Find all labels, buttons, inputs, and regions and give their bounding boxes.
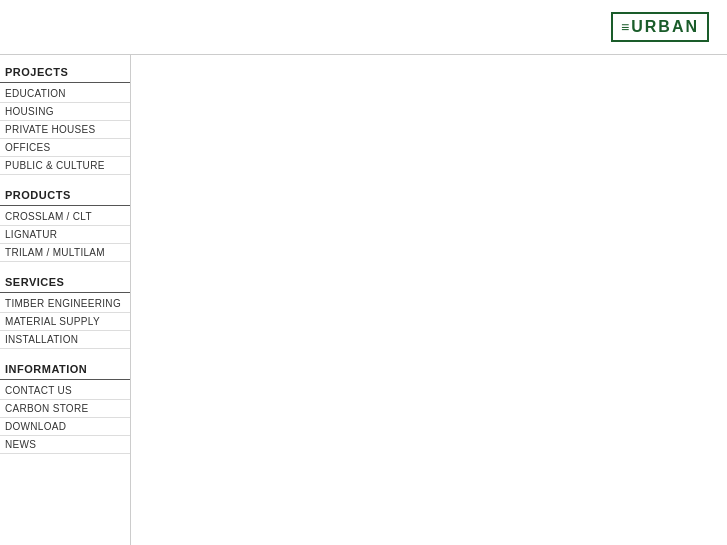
sidebar-section-title-projects: PROJECTS: [0, 60, 130, 83]
sidebar-section-information: INFORMATIONCONTACT USCARBON STOREDOWNLOA…: [0, 357, 130, 454]
logo[interactable]: ≡ URBAN: [611, 12, 709, 42]
sidebar-item-news[interactable]: NEWS: [0, 436, 130, 454]
sidebar-item-contact-us[interactable]: CONTACT US: [0, 382, 130, 400]
sidebar-divider: [130, 55, 131, 545]
logo-icon: ≡: [621, 19, 628, 35]
sidebar-item-material-supply[interactable]: MATERIAL SUPPLY: [0, 313, 130, 331]
sidebar-section-products: PRODUCTSCROSSLAM / CLTLIGNATURTRILAM / M…: [0, 183, 130, 262]
sidebar: PROJECTSEDUCATIONHOUSINGPRIVATE HOUSESOF…: [0, 55, 130, 545]
sidebar-item-housing[interactable]: HOUSING: [0, 103, 130, 121]
sidebar-item-public--culture[interactable]: PUBLIC & CULTURE: [0, 157, 130, 175]
sidebar-section-title-services: SERVICES: [0, 270, 130, 293]
sidebar-item-timber-engineering[interactable]: TIMBER ENGINEERING: [0, 295, 130, 313]
sidebar-item-carbon-store[interactable]: CARBON STORE: [0, 400, 130, 418]
sidebar-item-lignatur[interactable]: LIGNATUR: [0, 226, 130, 244]
sidebar-item-download[interactable]: DOWNLOAD: [0, 418, 130, 436]
sidebar-item-installation[interactable]: INSTALLATION: [0, 331, 130, 349]
sidebar-section-projects: PROJECTSEDUCATIONHOUSINGPRIVATE HOUSESOF…: [0, 60, 130, 175]
sidebar-item-trilam--multilam[interactable]: TRILAM / MULTILAM: [0, 244, 130, 262]
sidebar-section-title-information: INFORMATION: [0, 357, 130, 380]
sidebar-section-services: SERVICESTIMBER ENGINEERINGMATERIAL SUPPL…: [0, 270, 130, 349]
logo-text: URBAN: [631, 18, 699, 36]
sidebar-item-crosslam--clt[interactable]: CROSSLAM / CLT: [0, 208, 130, 226]
sidebar-item-education[interactable]: EDUCATION: [0, 85, 130, 103]
content-area: [135, 55, 727, 545]
sidebar-item-private-houses[interactable]: PRIVATE HOUSES: [0, 121, 130, 139]
sidebar-item-offices[interactable]: OFFICES: [0, 139, 130, 157]
sidebar-section-title-products: PRODUCTS: [0, 183, 130, 206]
header: ≡ URBAN: [0, 0, 727, 55]
